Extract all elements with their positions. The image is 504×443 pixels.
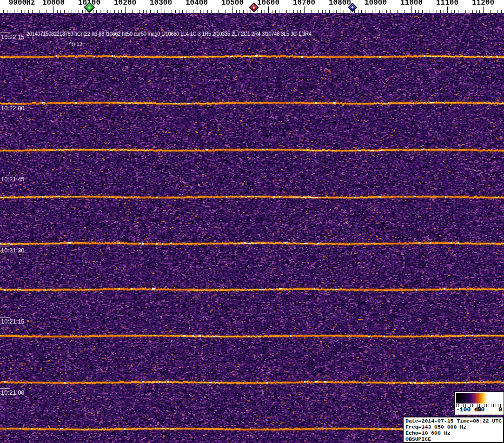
time-tick	[0, 246, 10, 246]
meteor-echo-spectrogram-app: 9900Hz1000010100102001030010400105001060…	[0, 0, 504, 443]
time-tick	[0, 175, 10, 175]
colorbar-label: -50	[474, 406, 484, 413]
time-tick	[0, 388, 10, 389]
frequency-ruler-label: 10900	[365, 0, 387, 7]
time-label: 10:21:00	[1, 390, 25, 396]
time-tick	[0, 33, 10, 33]
info-line: Echo=10 600 Hz	[405, 430, 503, 436]
time-axis-row: 10:21:45	[0, 175, 42, 184]
db-colorbar: -100 dB-500	[454, 391, 504, 415]
frequency-ruler-label: 11100	[436, 0, 458, 7]
frequency-ruler-label: 10700	[293, 0, 315, 7]
frequency-ruler-label: Hz	[26, 0, 35, 7]
observation-info-box: Date=2014-07-15 Time=08:22 UTCFreq=143 0…	[403, 417, 504, 443]
marker-center-dot	[88, 6, 91, 9]
time-label: 10:22:15	[1, 34, 25, 40]
time-label: 10:22:00	[1, 105, 25, 112]
time-axis-row: 10:21:15	[0, 317, 42, 326]
colorbar-labels: -100 dB-500	[456, 406, 502, 414]
info-line: Date=2014-07-15 Time=08:22 UTC	[405, 418, 503, 424]
time-tick	[0, 104, 10, 104]
frequency-ruler-label: 10600	[257, 0, 279, 7]
trigger-note-text: ^t+13	[69, 41, 82, 47]
frequency-ruler-label: 9900	[9, 0, 27, 7]
frequency-ruler-label: 10300	[150, 0, 172, 7]
time-label: 10:21:30	[1, 247, 25, 254]
time-axis-row: 10:21:00	[0, 388, 42, 397]
info-line: OBSUPICE	[405, 436, 503, 442]
info-line: Freq=143 050 000 Hz	[405, 424, 503, 430]
frequency-ruler-label: 10000	[42, 0, 65, 7]
marker-center-dot	[351, 6, 354, 9]
time-tick	[0, 317, 10, 317]
frequency-ruler-label: 10200	[114, 0, 136, 7]
colorbar-label: 0	[498, 406, 502, 413]
frequency-ruler-label: 10400	[186, 0, 208, 7]
marker-center-dot	[252, 6, 255, 9]
colorbar-gradient	[456, 393, 502, 403]
frequency-ruler-label: 10500	[221, 0, 244, 7]
time-axis-row: 10:21:30	[0, 246, 42, 255]
time-axis-row: 10:22:00	[0, 104, 42, 113]
spectrogram-waterfall-canvas	[0, 0, 504, 443]
time-label: 10:21:15	[1, 318, 25, 325]
time-label: 10:21:45	[1, 176, 25, 183]
detection-data-text: 20140715082213760 hCnt22 nb-88 f10662 hi…	[27, 31, 312, 37]
frequency-ruler-label: 11000	[400, 0, 423, 7]
frequency-ruler-label: 10800	[329, 0, 351, 7]
frequency-ruler-label: 11200	[472, 0, 494, 7]
